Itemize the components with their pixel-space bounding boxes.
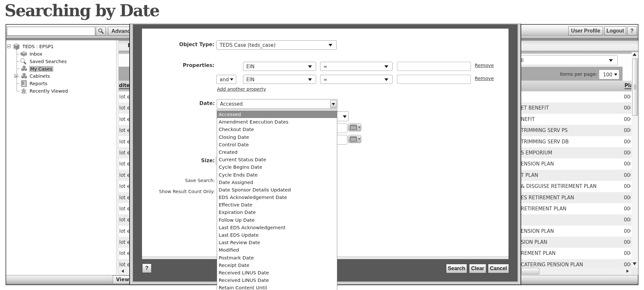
date-option[interactable]: Cycle Ends Date — [217, 171, 337, 178]
date-select-dropdown-button[interactable] — [330, 100, 337, 108]
table-row[interactable]: TRIMMING SERV PS000 — [520, 125, 632, 136]
date-option[interactable]: EDS Acknowledgement Date — [217, 193, 337, 201]
table-row[interactable]: NEFIT000 — [520, 114, 632, 125]
table-row[interactable]: ES RETIREMENT PLAN000 — [520, 192, 632, 203]
date-option[interactable]: Receipt Date — [217, 261, 337, 269]
logout-button[interactable]: Logout — [604, 26, 626, 35]
search-input[interactable] — [7, 27, 95, 36]
date-option[interactable]: Date Assigned — [217, 178, 337, 186]
table-row[interactable]: lot ex — [119, 170, 130, 181]
user-profile-button[interactable]: User Profile — [568, 26, 603, 35]
table-row[interactable]: & DISGUISE RETIREMENT PLAN000 — [520, 181, 632, 192]
date-option[interactable]: Postmark Date — [217, 254, 337, 261]
date-option[interactable]: Effective Date — [217, 201, 337, 208]
date-option[interactable]: Received LINUS Date — [217, 269, 337, 276]
scroll-left-arrow-icon[interactable] — [122, 270, 124, 273]
tree-item-label[interactable]: Saved Searches — [29, 59, 68, 64]
date-option[interactable]: Modified — [217, 246, 337, 254]
table-row[interactable]: lot ex — [119, 237, 130, 248]
table-row[interactable]: lot ex — [119, 192, 130, 203]
tree-item-my-cases[interactable]: My Cases — [29, 65, 53, 72]
property-field-select[interactable]: EIN — [243, 75, 316, 84]
table-row[interactable]: lot ex — [119, 102, 130, 113]
table-row[interactable]: lot ex — [119, 136, 130, 147]
left-hscrollbar[interactable] — [119, 268, 130, 275]
table-row[interactable]: TRIMMING SERV DB000 — [520, 136, 632, 147]
dialog-cancel-button[interactable]: Cancel — [488, 264, 509, 273]
property-value-input[interactable] — [397, 75, 471, 84]
table-row[interactable]: lot ex — [119, 248, 130, 259]
date-from-calendar-button[interactable] — [348, 123, 361, 131]
date-option[interactable]: Follow Up Date — [217, 216, 337, 224]
tree-item-teds-epsp1[interactable]: TEDS : EPSP1 — [21, 43, 55, 50]
property-operator-select[interactable]: = — [320, 62, 393, 71]
tree-item-saved-searches[interactable]: Saved Searches — [29, 58, 68, 65]
date-option[interactable]: Last Review Date — [217, 239, 337, 246]
add-property-link[interactable]: Add another property — [217, 86, 266, 92]
date-option[interactable]: Control Date — [217, 141, 337, 148]
date-option[interactable]: Amendment Execution Dates — [217, 118, 337, 125]
table-row[interactable]: lot ex — [119, 147, 130, 158]
dialog-help-button[interactable]: ? — [142, 264, 151, 273]
table-row[interactable]: 000 — [520, 214, 632, 225]
table-row[interactable]: ET BENEFIT000 — [520, 102, 632, 113]
scroll-up-arrow-icon[interactable] — [633, 53, 637, 56]
remove-property-link[interactable]: Remove — [475, 63, 494, 68]
tree-item-reports[interactable]: Reports — [29, 80, 48, 87]
property-field-select[interactable]: EIN — [243, 62, 316, 71]
table-row[interactable]: ENSION PLAN000 — [520, 158, 632, 169]
column-header-expedite[interactable]: dite — [119, 83, 130, 89]
tree-item-label[interactable]: Recently Viewed — [29, 88, 69, 94]
table-row[interactable]: lot ex — [119, 214, 130, 225]
right-hscrollbar[interactable] — [520, 268, 632, 275]
table-row[interactable]: lot ex — [119, 158, 130, 169]
vscroll-thumb[interactable] — [632, 59, 638, 116]
property-value-input[interactable] — [397, 62, 471, 71]
property-operator-select[interactable]: = — [320, 75, 393, 84]
tree-item-inbox[interactable]: Inbox — [29, 50, 43, 58]
object-type-select[interactable]: TEDS Case (teds_case) — [216, 40, 337, 50]
hscroll-thumb[interactable] — [521, 268, 539, 274]
tree-item-label[interactable]: Reports — [29, 81, 48, 86]
table-row[interactable]: ENSION PLAN000 — [520, 226, 632, 237]
dialog-search-button[interactable]: Search — [446, 264, 467, 273]
table-row[interactable]: S EMPORIUM000 — [520, 147, 632, 158]
tree-item-label[interactable]: Cabinets — [29, 73, 51, 79]
table-row[interactable]: lot ex — [119, 226, 130, 237]
table-row[interactable]: lot ex — [119, 203, 130, 214]
table-row[interactable]: T PLAN000 — [520, 170, 632, 181]
scroll-right-arrow-icon[interactable] — [626, 270, 629, 273]
help-button[interactable]: ? — [627, 26, 637, 35]
date-option[interactable]: Accessed — [217, 111, 337, 118]
date-select[interactable]: Accessed — [217, 99, 338, 109]
dialog-clear-button[interactable]: Clear — [469, 264, 486, 273]
items-per-page-select[interactable]: 100 — [599, 70, 619, 79]
date-option[interactable]: Last EDS Acknowledgement — [217, 224, 337, 231]
panel-splitter[interactable] — [116, 40, 119, 274]
tree-item-recently-viewed[interactable]: Recently Viewed — [29, 87, 69, 95]
conjunction-select[interactable]: and — [216, 75, 236, 84]
column-header-plan[interactable]: Pla — [625, 83, 631, 89]
expand-icon[interactable]: + — [14, 74, 18, 78]
date-option[interactable]: Closing Date — [217, 133, 337, 141]
date-option[interactable]: Retain Content Until — [217, 284, 337, 290]
date-option[interactable]: Expiration Date — [217, 208, 337, 216]
tree-item-label[interactable]: Inbox — [29, 51, 43, 57]
date-option[interactable]: Date Sponsor Details Updated — [217, 186, 337, 193]
tree-item-label[interactable]: TEDS : EPSP1 — [21, 44, 55, 49]
table-row[interactable]: lot ex — [119, 125, 130, 136]
filter-select[interactable]: ll — [517, 55, 618, 65]
date-option[interactable]: Last EDS Update — [217, 231, 337, 239]
table-row[interactable]: lot ex — [119, 181, 130, 192]
date-option[interactable]: Checkout Date — [217, 125, 337, 133]
scroll-down-arrow-icon[interactable] — [633, 262, 637, 265]
date-option[interactable]: Created — [217, 148, 337, 156]
date-option[interactable]: Cycle Begins Date — [217, 163, 337, 171]
date-option[interactable]: Current Status Date — [217, 156, 337, 163]
collapse-icon[interactable]: − — [7, 45, 11, 48]
search-button[interactable] — [96, 27, 106, 36]
date-option[interactable]: Received LINUS Date — [217, 276, 337, 284]
table-row[interactable]: lot ex — [119, 91, 130, 102]
date-to-calendar-button[interactable] — [348, 135, 361, 143]
table-row[interactable]: lot ex — [119, 114, 130, 125]
